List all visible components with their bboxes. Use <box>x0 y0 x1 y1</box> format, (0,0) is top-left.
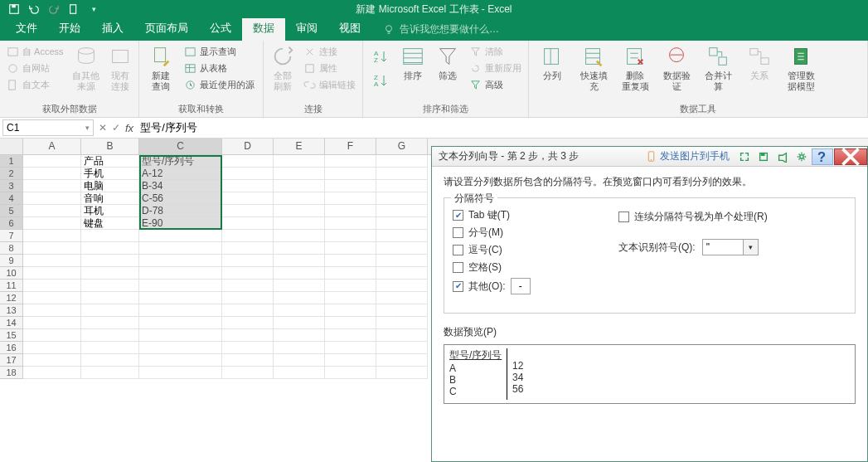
col-header-A[interactable]: A <box>23 139 81 154</box>
cell-B18[interactable] <box>81 367 139 379</box>
row-header-15[interactable]: 15 <box>0 329 23 342</box>
cell-F2[interactable] <box>325 168 376 180</box>
enter-formula-button[interactable]: ✓ <box>112 122 120 134</box>
refresh-all-button[interactable]: 全部刷新 <box>268 42 298 94</box>
row-header-11[interactable]: 11 <box>0 280 23 292</box>
cell-F4[interactable] <box>325 192 376 205</box>
cell-C2[interactable]: A-12 <box>139 168 222 180</box>
col-header-D[interactable]: D <box>222 139 274 154</box>
cell-G18[interactable] <box>376 367 428 379</box>
cell-A10[interactable] <box>23 267 81 280</box>
tab-view[interactable]: 视图 <box>328 16 371 41</box>
cell-C7[interactable] <box>139 230 222 242</box>
cell-B12[interactable] <box>81 292 139 304</box>
filter-button[interactable]: 筛选 <box>432 42 463 83</box>
cell-B10[interactable] <box>81 267 139 280</box>
cell-A2[interactable] <box>23 168 81 180</box>
cell-E10[interactable] <box>274 267 325 280</box>
cell-A17[interactable] <box>23 354 81 367</box>
cell-E14[interactable] <box>274 317 325 329</box>
row-header-2[interactable]: 2 <box>0 168 23 180</box>
from-table-button[interactable]: 从表格 <box>182 61 257 76</box>
cell-C1[interactable]: 型号/序列号 <box>139 155 222 168</box>
row-header-9[interactable]: 9 <box>0 255 23 267</box>
advanced-filter-button[interactable]: 高级 <box>467 77 524 93</box>
cell-B17[interactable] <box>81 354 139 367</box>
cell-D4[interactable] <box>222 192 274 205</box>
show-queries-button[interactable]: 显示查询 <box>182 44 257 60</box>
cell-A12[interactable] <box>23 292 81 304</box>
consolidate-button[interactable]: 合并计算 <box>699 42 737 94</box>
cell-A1[interactable] <box>23 155 81 168</box>
data-model-button[interactable]: 管理数 据模型 <box>782 42 820 94</box>
cell-D14[interactable] <box>222 317 274 329</box>
cell-D15[interactable] <box>222 329 274 342</box>
cell-B5[interactable]: 耳机 <box>81 205 139 217</box>
cell-F16[interactable] <box>325 342 376 354</box>
cell-B8[interactable] <box>81 242 139 255</box>
cell-F1[interactable] <box>325 155 376 168</box>
cell-D10[interactable] <box>222 267 274 280</box>
cell-E18[interactable] <box>274 367 325 379</box>
cell-E8[interactable] <box>274 242 325 255</box>
tab-checkbox[interactable] <box>453 210 463 221</box>
cell-F9[interactable] <box>325 255 376 267</box>
cell-F14[interactable] <box>325 317 376 329</box>
existing-conn-button[interactable]: 现有连接 <box>106 42 134 94</box>
cell-F5[interactable] <box>325 205 376 217</box>
qat-dropdown[interactable]: ▾ <box>85 1 103 17</box>
cell-B9[interactable] <box>81 255 139 267</box>
name-box[interactable]: C1 ▾ <box>2 119 94 136</box>
cell-G7[interactable] <box>376 230 428 242</box>
dialog-close-button[interactable] <box>834 148 867 165</box>
cell-C13[interactable] <box>139 304 222 317</box>
cell-C17[interactable] <box>139 354 222 367</box>
edit-links-button[interactable]: 编辑链接 <box>301 77 358 93</box>
row-header-18[interactable]: 18 <box>0 367 23 379</box>
cell-G16[interactable] <box>376 342 428 354</box>
other-delim-input[interactable] <box>511 278 531 294</box>
sort-asc-button[interactable]: AZ <box>369 46 392 69</box>
cell-F7[interactable] <box>325 230 376 242</box>
cell-E1[interactable] <box>274 155 325 168</box>
cell-D6[interactable] <box>222 217 274 230</box>
cell-G14[interactable] <box>376 317 428 329</box>
undo-button[interactable] <box>25 1 43 17</box>
chevron-down-icon[interactable]: ▾ <box>744 239 759 255</box>
cell-F13[interactable] <box>325 304 376 317</box>
fx-icon[interactable]: fx <box>125 122 133 134</box>
tab-data[interactable]: 数据 <box>242 16 285 41</box>
cell-G11[interactable] <box>376 280 428 292</box>
cell-B6[interactable]: 键盘 <box>81 217 139 230</box>
cell-D16[interactable] <box>222 342 274 354</box>
cell-E13[interactable] <box>274 304 325 317</box>
row-header-12[interactable]: 12 <box>0 292 23 304</box>
cell-E12[interactable] <box>274 292 325 304</box>
cell-G9[interactable] <box>376 255 428 267</box>
cell-E7[interactable] <box>274 230 325 242</box>
cell-D11[interactable] <box>222 280 274 292</box>
tab-insert[interactable]: 插入 <box>91 16 134 41</box>
row-header-14[interactable]: 14 <box>0 317 23 329</box>
cell-D9[interactable] <box>222 255 274 267</box>
from-other-button[interactable]: 自其他来源 <box>70 42 103 94</box>
comma-checkbox[interactable] <box>453 245 463 255</box>
cell-F12[interactable] <box>325 292 376 304</box>
new-button[interactable] <box>65 1 83 17</box>
tab-file[interactable]: 文件 <box>5 16 48 41</box>
semicolon-checkbox[interactable] <box>453 227 463 238</box>
col-header-G[interactable]: G <box>376 139 428 154</box>
cell-C3[interactable]: B-34 <box>139 180 222 192</box>
row-header-17[interactable]: 17 <box>0 354 23 367</box>
cell-B16[interactable] <box>81 342 139 354</box>
cell-E6[interactable] <box>274 217 325 230</box>
cell-C4[interactable]: C-56 <box>139 192 222 205</box>
tab-formulas[interactable]: 公式 <box>199 16 242 41</box>
cell-A8[interactable] <box>23 242 81 255</box>
tab-review[interactable]: 审阅 <box>285 16 328 41</box>
new-query-button[interactable]: 新建 查询 <box>143 42 178 94</box>
cell-F10[interactable] <box>325 267 376 280</box>
tool-save[interactable] <box>754 148 773 165</box>
row-header-13[interactable]: 13 <box>0 304 23 317</box>
cell-G6[interactable] <box>376 217 428 230</box>
